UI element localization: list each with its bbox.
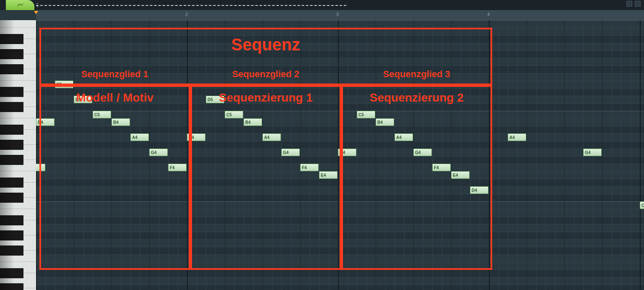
midi-note[interactable]: F4 [432, 164, 451, 171]
lane-tab[interactable] [6, 0, 34, 10]
beat-line [480, 20, 480, 290]
beat-line [102, 20, 103, 290]
beat-line [93, 20, 93, 290]
grid-row [36, 194, 644, 201]
black-key[interactable] [0, 193, 23, 203]
lane-option-b-button[interactable] [635, 1, 641, 7]
black-key[interactable] [0, 49, 23, 59]
beat-line [470, 20, 470, 290]
black-key[interactable] [0, 125, 23, 135]
black-key[interactable] [0, 140, 23, 150]
midi-note[interactable]: C5 [93, 111, 111, 118]
automation-lane-header: ▲ ▼ [0, 0, 644, 10]
midi-note[interactable]: C5 [225, 111, 243, 118]
midi-note[interactable]: G4 [583, 149, 602, 156]
midi-note[interactable]: G4 [149, 149, 168, 156]
midi-note[interactable]: A4 [508, 133, 526, 141]
midi-note[interactable]: F4 [300, 164, 319, 171]
midi-note[interactable]: G4 [281, 149, 300, 156]
beat-line [395, 20, 395, 290]
grid-row [36, 224, 644, 232]
black-key[interactable] [0, 230, 23, 240]
grid-row [36, 20, 644, 28]
midi-note[interactable]: E4 [319, 171, 338, 179]
grid-row [36, 269, 644, 277]
beat-line [545, 20, 546, 290]
grid-row [36, 88, 644, 96]
bar-number: 2 [185, 12, 188, 17]
grid-row [36, 111, 644, 118]
bar-line [640, 20, 641, 290]
black-key[interactable] [0, 268, 23, 278]
midi-note[interactable]: A4 [262, 133, 281, 141]
beat-line [621, 20, 621, 290]
beat-line [234, 20, 235, 290]
midi-note[interactable]: F4 [36, 164, 45, 171]
black-key[interactable] [0, 102, 23, 112]
grid-row [36, 133, 644, 141]
grid-row [36, 126, 644, 133]
midi-note[interactable]: B4 [376, 118, 394, 126]
beat-line [527, 20, 527, 290]
envelope-icon [17, 2, 23, 8]
midi-note[interactable]: B4 [36, 118, 55, 126]
beat-line [564, 20, 565, 290]
grid-row [36, 201, 644, 209]
black-key[interactable] [0, 64, 23, 74]
midi-note[interactable]: E4 [451, 171, 470, 179]
piano-roll-grid[interactable]: B4E5D5C5B4A4G4F4F4A4D5C5B4A4G4F4E4G4C5B4… [36, 20, 644, 290]
black-key[interactable] [0, 283, 23, 290]
beat-line [602, 20, 602, 290]
black-key[interactable] [0, 215, 23, 225]
black-key[interactable] [0, 34, 23, 44]
midi-note[interactable]: D4 [470, 186, 488, 194]
black-key[interactable] [0, 246, 23, 256]
midi-note[interactable]: B4 [244, 118, 262, 126]
midi-note[interactable]: D5 [74, 96, 92, 103]
grid-row [36, 65, 644, 73]
midi-note[interactable]: C5 [357, 111, 375, 118]
beat-line [329, 20, 329, 290]
piano-keyboard[interactable] [0, 20, 36, 290]
beat-line [536, 20, 537, 290]
lane-option-a-button[interactable] [626, 1, 632, 7]
beat-line [366, 20, 367, 290]
midi-note[interactable]: A4 [395, 133, 413, 141]
grid-row [36, 156, 644, 164]
beat-line [74, 20, 74, 290]
beat-line [404, 20, 405, 290]
black-key[interactable] [0, 87, 23, 97]
beat-line [272, 20, 273, 290]
midi-note[interactable]: G4 [338, 149, 356, 156]
beat-line [65, 20, 65, 290]
beat-line [46, 20, 46, 290]
midi-note[interactable]: E5 [55, 81, 73, 88]
midi-note[interactable]: C4 [640, 201, 644, 209]
grid-row [36, 43, 644, 50]
playhead-marker[interactable] [34, 11, 38, 14]
midi-note[interactable]: A4 [187, 133, 205, 141]
beat-line [168, 20, 169, 290]
white-key[interactable] [0, 20, 36, 28]
bar-line [187, 20, 188, 290]
automation-envelope-line [36, 5, 346, 6]
timeline-ruler[interactable]: 234 [36, 10, 644, 20]
beat-line [612, 20, 612, 290]
midi-note[interactable]: A4 [130, 133, 149, 141]
beat-line [178, 20, 178, 290]
black-key[interactable] [0, 155, 23, 165]
bar-number: 3 [336, 12, 339, 17]
midi-note[interactable]: B4 [112, 118, 130, 126]
grid-row [36, 141, 644, 149]
grid-row [36, 35, 644, 43]
grid-row [36, 50, 644, 58]
grid-row [36, 217, 644, 224]
beat-line [225, 20, 225, 290]
beat-line [121, 20, 122, 290]
midi-note[interactable]: G4 [413, 149, 432, 156]
beat-line [140, 20, 140, 290]
midi-note[interactable]: D5 [206, 96, 224, 103]
beat-line [300, 20, 301, 290]
midi-note[interactable]: F4 [168, 164, 187, 171]
black-key[interactable] [0, 178, 23, 188]
